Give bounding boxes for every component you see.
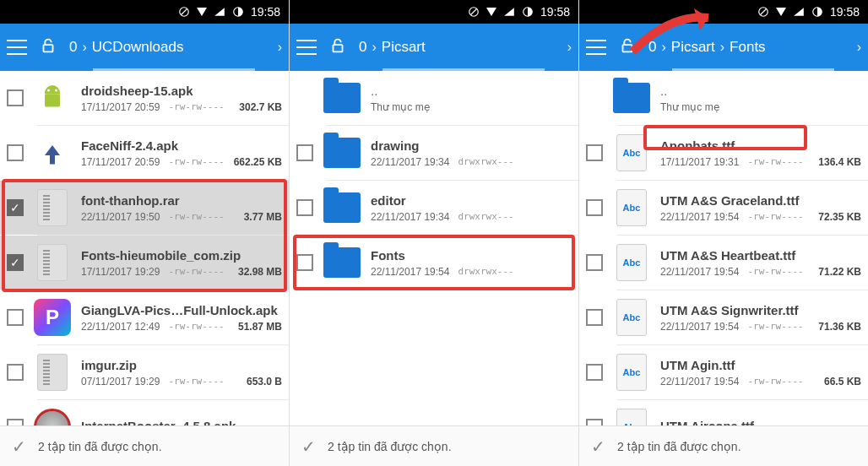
folder-icon <box>611 78 652 118</box>
check-icon: ✓ <box>12 436 26 457</box>
file-permissions: drwxrwx--- <box>458 211 513 223</box>
menu-icon[interactable] <box>296 40 317 55</box>
file-permissions: -rw-rw---- <box>168 101 224 113</box>
menu-icon[interactable] <box>586 40 606 55</box>
picsart-icon: P <box>32 297 73 338</box>
breadcrumb-count: 0 <box>359 39 366 56</box>
file-permissions: -rw-rw---- <box>747 266 803 278</box>
checkbox[interactable] <box>7 254 24 271</box>
file-size: 653.0 B <box>247 376 282 387</box>
svg-line-8 <box>470 9 476 15</box>
checkbox[interactable] <box>586 419 603 425</box>
zip-icon <box>32 187 73 228</box>
file-date: 22/11/2017 12:49 <box>81 321 160 333</box>
file-name: UTM Aircona.ttf <box>660 419 861 426</box>
list-item[interactable]: Fonts 22/11/2017 19:54 drwxrwx--- <box>290 236 578 290</box>
file-permissions: -rw-rw---- <box>168 156 224 168</box>
file-size: 72.35 KB <box>818 211 861 223</box>
list-item[interactable]: drawing 22/11/2017 19:34 drwxrwx--- <box>290 126 578 180</box>
list-item[interactable]: P GiangLVA-Pics…Full-Unlock.apk 22/11/20… <box>0 290 289 344</box>
file-list: .. Thư mục mẹ drawing 22/11/2017 19:34 d… <box>290 71 578 425</box>
file-name: font-thanhop.rar <box>81 193 282 208</box>
file-date: 22/11/2017 19:34 <box>371 211 449 223</box>
menu-icon[interactable] <box>7 40 27 55</box>
checkbox[interactable] <box>7 89 24 106</box>
breadcrumb-count: 0 <box>69 39 77 56</box>
list-item[interactable]: InternetBooster_4.5.8.apk <box>0 400 289 425</box>
checkbox[interactable] <box>296 254 313 271</box>
svg-rect-3 <box>44 45 53 51</box>
checkbox[interactable] <box>7 419 24 425</box>
checkbox[interactable] <box>296 144 313 161</box>
file-date: 22/11/2017 19:54 <box>660 376 739 387</box>
parent-label: Thư mục mẹ <box>371 101 430 113</box>
checkbox[interactable] <box>7 199 24 216</box>
checkbox[interactable] <box>586 199 603 216</box>
file-size: 32.98 MB <box>238 266 282 278</box>
file-date: 22/11/2017 19:54 <box>660 211 739 223</box>
list-item[interactable]: Abc UTM Agin.ttf 22/11/2017 19:54 -rw-rw… <box>579 345 868 399</box>
chevron-right-icon[interactable]: › <box>857 40 861 55</box>
checkbox[interactable] <box>586 364 603 381</box>
list-item[interactable]: editor 22/11/2017 19:34 drwxrwx--- <box>290 181 578 235</box>
check-icon: ✓ <box>301 436 316 457</box>
file-size: 71.36 KB <box>818 321 861 333</box>
file-date: 22/11/2017 19:54 <box>660 266 739 278</box>
list-item[interactable]: Abc UTM Aircona.ttf <box>579 400 868 425</box>
list-item[interactable]: Fonts-hieumobile_com.zip 17/11/2017 19:2… <box>0 236 289 290</box>
list-item[interactable]: Abc UTM A&S Heartbeat.ttf 22/11/2017 19:… <box>579 236 868 290</box>
chevron-right-icon: › <box>82 40 86 55</box>
svg-rect-10 <box>334 45 343 51</box>
checkbox[interactable] <box>296 199 313 216</box>
breadcrumb-item[interactable]: Fonts <box>730 39 766 56</box>
file-name: FaceNiff-2.4.apk <box>81 138 282 153</box>
selection-text: 2 tập tin đã được chọn. <box>617 440 741 453</box>
folder-icon <box>322 133 362 173</box>
breadcrumb-item[interactable]: UCDownloads <box>92 39 184 56</box>
file-name: droidsheep-15.apk <box>81 84 282 98</box>
file-date: 22/11/2017 19:50 <box>81 211 160 223</box>
file-date: 17/11/2017 19:31 <box>660 156 739 168</box>
checkbox[interactable] <box>7 364 24 381</box>
folder-icon <box>322 78 362 118</box>
file-permissions: drwxrwx--- <box>458 156 513 168</box>
svg-point-6 <box>55 89 57 92</box>
file-name: Fonts-hieumobile_com.zip <box>81 248 282 263</box>
checkbox[interactable] <box>586 144 603 161</box>
status-time: 19:58 <box>540 5 570 19</box>
file-name: InternetBooster_4.5.8.apk <box>81 419 282 426</box>
lock-icon[interactable] <box>328 36 347 59</box>
file-name: editor <box>371 193 572 208</box>
file-permissions: -rw-rw---- <box>747 321 803 333</box>
list-item[interactable]: .. Thư mục mẹ <box>579 71 868 125</box>
list-item[interactable]: Abc UTM A&S Graceland.ttf 22/11/2017 19:… <box>579 181 868 235</box>
selection-footer: ✓2 tập tin đã được chọn. <box>290 425 578 466</box>
folder-icon <box>322 187 362 228</box>
chevron-right-icon[interactable]: › <box>278 40 282 55</box>
checkbox[interactable] <box>7 309 24 326</box>
app-bar: 0 ›Picsart › <box>290 24 578 71</box>
file-size: 136.4 KB <box>818 156 861 168</box>
file-date: 22/11/2017 19:34 <box>371 156 449 168</box>
list-item[interactable]: font-thanhop.rar 22/11/2017 19:50 -rw-rw… <box>0 181 289 235</box>
breadcrumb-item[interactable]: Picsart <box>382 39 426 56</box>
list-item[interactable]: Abc Anonbats.ttf 17/11/2017 19:31 -rw-rw… <box>579 126 868 180</box>
list-item[interactable]: imgur.zip 07/11/2017 19:29 -rw-rw---- 65… <box>0 345 289 399</box>
list-item[interactable]: .. Thư mục mẹ <box>290 71 578 125</box>
file-permissions: -rw-rw---- <box>168 266 224 278</box>
abc-icon: Abc <box>611 297 652 338</box>
check-icon: ✓ <box>591 436 605 457</box>
list-item[interactable]: FaceNiff-2.4.apk 17/11/2017 20:59 -rw-rw… <box>0 126 289 180</box>
app-bar: 0 ›UCDownloads › <box>0 24 289 71</box>
chevron-right-icon[interactable]: › <box>567 40 572 55</box>
app-bar: 0 ›Picsart›Fonts › <box>579 24 868 71</box>
zip-icon <box>32 352 73 393</box>
file-name: GiangLVA-Pics…Full-Unlock.apk <box>81 303 282 317</box>
list-item[interactable]: Abc UTM A&S Signwriter.ttf 22/11/2017 19… <box>579 290 868 344</box>
file-permissions: -rw-rw---- <box>168 376 224 387</box>
checkbox[interactable] <box>7 144 24 161</box>
list-item[interactable]: droidsheep-15.apk 17/11/2017 20:59 -rw-r… <box>0 71 289 125</box>
checkbox[interactable] <box>586 254 603 271</box>
lock-icon[interactable] <box>39 36 57 59</box>
checkbox[interactable] <box>586 309 603 326</box>
